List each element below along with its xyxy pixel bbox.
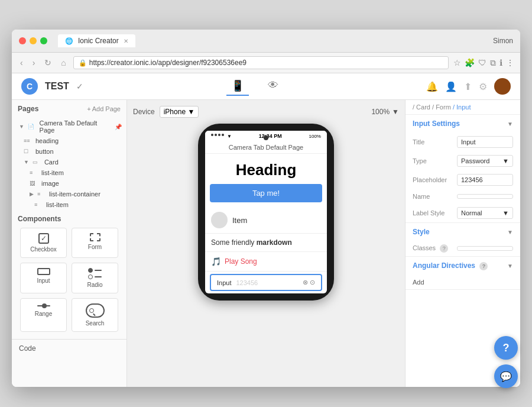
person-icon[interactable]: 👤	[445, 81, 457, 92]
component-radio[interactable]: Radio	[72, 263, 118, 293]
tab-close-button[interactable]: ✕	[124, 38, 128, 44]
radio-icon	[88, 268, 102, 279]
label-style-select[interactable]: Normal▼	[457, 207, 513, 219]
sidebar-item-list-item-nested[interactable]: ≡ list-item	[12, 199, 126, 210]
layers-icon: ⧉	[490, 58, 496, 68]
type-select[interactable]: Password▼	[457, 155, 513, 167]
phone-heading: Heading	[205, 154, 327, 184]
sidebar-item-list-item[interactable]: ≡ list-item	[12, 167, 126, 178]
field-classes: Classes ?	[406, 241, 520, 256]
reload-button[interactable]: ↻	[42, 57, 54, 69]
user-label: Simon	[493, 37, 513, 45]
sidebar-item-heading[interactable]: ≡≡ heading	[12, 135, 126, 146]
avatar[interactable]	[494, 78, 511, 95]
phone-page-title: Camera Tab Default Page	[205, 141, 327, 154]
classes-input[interactable]	[457, 246, 513, 251]
tab-preview[interactable]: 👁	[263, 77, 283, 96]
music-icon: 🎵	[211, 257, 221, 266]
home-button[interactable]: ⌂	[59, 57, 68, 69]
component-input[interactable]: Input	[20, 263, 67, 293]
device-select[interactable]: iPhone ▼	[160, 106, 199, 118]
chat-fab[interactable]: 💬	[494, 364, 518, 388]
phone-input-field[interactable]: Input 123456 ⊗ ⊙	[210, 274, 322, 291]
name-input[interactable]	[457, 194, 513, 199]
app-logo: C	[21, 78, 38, 95]
phone-battery: 100%	[309, 134, 321, 139]
add-page-button[interactable]: + Add Page	[87, 105, 121, 112]
bell-icon[interactable]: 🔔	[426, 81, 438, 92]
pin-icon: 📌	[115, 124, 122, 130]
title-input[interactable]: Input	[457, 136, 513, 148]
field-type: Type Password▼	[406, 151, 520, 170]
phone-camera	[264, 135, 268, 140]
forward-button[interactable]: ›	[30, 57, 38, 69]
phone-mockup: ▼ 12:34 PM 100% Camera Tab Default Page …	[198, 124, 334, 301]
input-icon	[37, 268, 50, 275]
maximize-button[interactable]	[40, 37, 47, 44]
style-section: Style ▼ Classes ?	[406, 223, 520, 257]
help-fab[interactable]: ?	[494, 336, 518, 360]
minimize-button[interactable]	[30, 37, 37, 44]
checkbox-icon	[38, 233, 49, 244]
component-search[interactable]: Search	[72, 298, 118, 332]
field-label-style: Label Style Normal▼	[406, 204, 520, 222]
field-placeholder: Placeholder 123456	[406, 170, 520, 189]
secure-icon: 🔒	[79, 59, 87, 67]
device-label: Device	[133, 108, 155, 116]
components-title: Components	[18, 215, 121, 223]
code-button[interactable]: Code	[12, 339, 126, 357]
back-button[interactable]: ‹	[18, 57, 25, 69]
angular-help-icon[interactable]: ?	[479, 262, 488, 270]
component-range[interactable]: Range	[20, 298, 67, 332]
sidebar-item-list-item-container[interactable]: ▶ ≡ list-item-container	[12, 189, 126, 199]
phone-song[interactable]: 🎵 Play Song	[205, 252, 327, 272]
style-header[interactable]: Style ▼	[406, 223, 520, 241]
classes-help-icon[interactable]: ?	[440, 244, 448, 253]
phone-tap-button[interactable]: Tap me!	[210, 184, 322, 202]
component-checkbox[interactable]: Checkbox	[20, 228, 67, 258]
form-icon	[90, 233, 100, 241]
style-arrow: ▼	[507, 229, 513, 235]
menu-icon[interactable]: ⋮	[506, 58, 514, 68]
angular-section: Angular Directives ? ▼ Add	[406, 257, 520, 290]
zoom-label: 100%	[371, 108, 390, 116]
search-icon	[86, 303, 105, 318]
check-icon: ✓	[76, 82, 83, 91]
range-icon	[37, 303, 50, 308]
input-settings-arrow: ▼	[507, 121, 513, 127]
input-settings-header[interactable]: Input Settings ▼	[406, 115, 520, 133]
angular-header[interactable]: Angular Directives ? ▼	[406, 257, 520, 275]
list-item-avatar	[211, 212, 228, 228]
info-icon[interactable]: ℹ	[499, 58, 502, 68]
close-button[interactable]	[19, 37, 26, 44]
sidebar-item-card[interactable]: ▼ ▭ Card	[12, 157, 126, 167]
component-form[interactable]: Form	[72, 228, 118, 258]
phone-item-text: Item	[232, 216, 247, 225]
browser-tab[interactable]: 🌐 Ionic Creator ✕	[58, 34, 135, 47]
input-clear-icon[interactable]: ⊗	[303, 279, 308, 286]
zoom-chevron[interactable]: ▼	[392, 108, 399, 116]
phone-list-item: Item	[205, 207, 327, 234]
share-icon[interactable]: ⬆	[464, 81, 472, 92]
angular-arrow: ▼	[507, 263, 513, 269]
tab-title: Ionic Creator	[78, 37, 119, 45]
settings-icon[interactable]: ⚙	[479, 81, 487, 92]
bookmark-icon[interactable]: ☆	[453, 58, 461, 68]
input-check-icon[interactable]: ⊙	[310, 279, 315, 286]
phone-markdown: Some friendly markdown	[205, 234, 327, 252]
sidebar-item-image[interactable]: 🖼 image	[12, 178, 126, 189]
sidebar-item-camera-tab[interactable]: ▼ 📄 Camera Tab Default Page 📌	[12, 118, 126, 135]
extension-icon[interactable]: 🧩	[465, 58, 475, 68]
field-name: Name	[406, 189, 520, 204]
pages-title: Pages	[18, 105, 38, 113]
breadcrumb: / Card / Form / Input	[406, 100, 520, 115]
input-settings-section: Input Settings ▼ Title Input Type Passwo…	[406, 115, 520, 223]
app-title: TEST	[45, 81, 69, 92]
angular-add[interactable]: Add	[406, 275, 520, 289]
address-bar-text: https://creator.ionic.io/app/designer/f9…	[89, 59, 246, 67]
field-title: Title Input	[406, 133, 520, 151]
tab-design[interactable]: 📱	[226, 77, 249, 96]
placeholder-input[interactable]: 123456	[457, 174, 513, 186]
main-canvas: Device iPhone ▼ 100% ▼	[127, 100, 405, 387]
sidebar-item-button[interactable]: ☐ button	[12, 146, 126, 157]
